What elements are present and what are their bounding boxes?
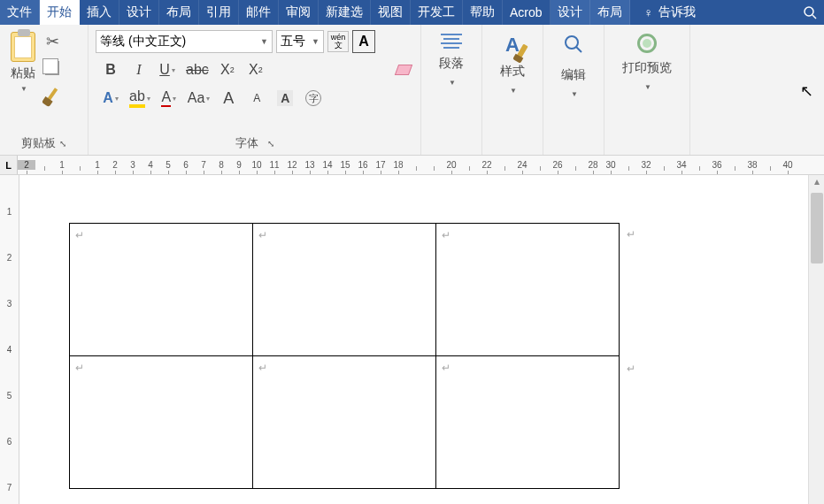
svg-point-2 — [566, 36, 578, 49]
magnifier-icon — [563, 34, 584, 60]
paragraph-button[interactable]: 段落 ▼ — [434, 30, 469, 90]
grow-font-button[interactable]: A — [219, 88, 238, 108]
format-painter-button[interactable] — [42, 85, 62, 104]
tab-view[interactable]: 视图 — [371, 0, 411, 25]
chevron-down-icon: ▼ — [255, 37, 268, 46]
paragraph-mark-icon: ↵ — [75, 229, 84, 241]
text-effects-button[interactable]: A▾ — [101, 88, 120, 108]
group-clipboard: 粘贴 ▼ ✂ 剪贴板⤡ — [0, 25, 89, 155]
brush-icon — [47, 88, 58, 101]
tab-help[interactable]: 帮助 — [463, 0, 503, 25]
chevron-down-icon: ▼ — [306, 37, 320, 46]
tab-design[interactable]: 设计 — [119, 0, 159, 25]
group-print-preview: 打印预览 ▼ — [605, 25, 690, 155]
font-name-combo[interactable]: 等线 (中文正文)▼ — [96, 30, 273, 53]
tab-file[interactable]: 文件 — [0, 0, 40, 25]
chevron-down-icon: ▾ — [206, 95, 210, 103]
paragraph-mark-icon: ↵ — [442, 362, 451, 374]
table-cell[interactable]: ↵ — [70, 224, 253, 356]
table-row[interactable]: ↵ ↵ ↵ — [70, 356, 620, 489]
svg-line-3 — [576, 47, 581, 52]
character-border-button[interactable]: A — [352, 30, 375, 53]
horizontal-ruler[interactable]: L 21123456789101112131415161718202224262… — [0, 156, 824, 175]
italic-button[interactable]: I — [129, 60, 149, 80]
change-case-button[interactable]: Aa▾ — [188, 88, 211, 108]
eraser-icon — [395, 65, 412, 75]
character-shading-button[interactable]: A — [275, 88, 295, 108]
tell-me-search[interactable]: ♀ 告诉我 — [635, 0, 705, 25]
paragraph-icon — [441, 34, 462, 49]
strikethrough-button[interactable]: abc — [186, 60, 209, 80]
bold-button[interactable]: B — [101, 60, 120, 80]
tab-home[interactable]: 开始 — [40, 0, 80, 25]
preview-icon — [637, 34, 657, 53]
group-font: 等线 (中文正文)▼ 五号▼ wén文 A B I U▾ abc X2 X2 A… — [89, 25, 421, 155]
mouse-cursor-icon: ↖ — [800, 81, 813, 101]
table-cell[interactable]: ↵ — [436, 356, 620, 489]
tab-layout[interactable]: 布局 — [159, 0, 199, 25]
chevron-down-icon: ▾ — [147, 95, 150, 103]
table-cell[interactable]: ↵ — [253, 356, 436, 489]
group-paragraph: 段落 ▼ — [421, 25, 482, 155]
lightbulb-icon: ♀ — [644, 5, 654, 19]
chevron-down-icon: ▼ — [644, 83, 651, 91]
tab-selector[interactable]: L — [0, 156, 18, 175]
paste-button[interactable]: 粘贴 ▼ — [7, 30, 39, 104]
chevron-down-icon: ▼ — [571, 90, 578, 98]
dialog-launcher-icon[interactable]: ⤡ — [59, 139, 66, 149]
print-preview-button[interactable]: 打印预览 ▼ — [617, 30, 677, 95]
cut-button[interactable]: ✂ — [42, 32, 62, 51]
tab-review[interactable]: 审阅 — [279, 0, 319, 25]
styles-icon: A — [505, 34, 520, 57]
editing-button[interactable]: 编辑 ▼ — [556, 30, 591, 102]
font-color-button[interactable]: A▾ — [159, 88, 179, 108]
copy-icon — [45, 61, 59, 75]
tab-mailings[interactable]: 邮件 — [239, 0, 279, 25]
group-editing: 编辑 ▼ — [543, 25, 605, 155]
chevron-down-icon: ▾ — [172, 66, 175, 74]
font-size-combo[interactable]: 五号▼ — [276, 30, 324, 53]
paragraph-mark-icon: ↵ — [258, 229, 267, 241]
tab-developer[interactable]: 开发工 — [411, 0, 463, 25]
paragraph-mark-icon: ↵ — [627, 363, 635, 375]
paragraph-mark-icon: ↵ — [442, 229, 451, 241]
scroll-thumb[interactable] — [811, 193, 823, 263]
vertical-ruler[interactable]: 123456789 — [0, 175, 19, 504]
shrink-font-button[interactable]: A — [247, 88, 266, 108]
dialog-launcher-icon[interactable]: ⤡ — [267, 139, 274, 149]
table-row[interactable]: ↵ ↵ ↵ — [70, 224, 620, 356]
svg-point-0 — [805, 7, 813, 16]
scissors-icon: ✂ — [46, 32, 59, 51]
search-button[interactable] — [796, 0, 824, 25]
tab-newtab[interactable]: 新建选 — [319, 0, 371, 25]
copy-button[interactable] — [42, 58, 62, 78]
clear-formatting-button[interactable] — [394, 60, 413, 80]
tab-references[interactable]: 引用 — [199, 0, 239, 25]
chevron-down-icon: ▾ — [115, 95, 119, 103]
table-cell[interactable]: ↵ — [436, 224, 620, 356]
styles-button[interactable]: A 样式 ▼ — [495, 30, 530, 98]
tab-table-design[interactable]: 设计 — [551, 0, 590, 25]
paste-label: 粘贴 — [11, 65, 35, 81]
chevron-down-icon: ▾ — [173, 95, 176, 103]
document-page[interactable]: ↵ ↵ ↵ ↵ ↵ ↵ ↵ ↵ ▴ — [19, 175, 824, 504]
tab-acrobat[interactable]: Acrob — [503, 0, 551, 25]
table-cell[interactable]: ↵ — [70, 356, 253, 489]
superscript-button[interactable]: X2 — [246, 60, 266, 80]
svg-line-1 — [812, 15, 816, 19]
phonetic-guide-button[interactable]: wén文 — [327, 31, 349, 52]
vertical-scrollbar[interactable]: ▴ — [808, 175, 824, 504]
group-label-font: 字体⤡ — [96, 132, 413, 153]
scroll-up-icon[interactable]: ▴ — [809, 175, 824, 189]
tab-insert[interactable]: 插入 — [80, 0, 119, 25]
enclose-characters-button[interactable]: 字 — [304, 88, 323, 108]
highlight-button[interactable]: ab▾ — [129, 88, 150, 108]
underline-button[interactable]: U▾ — [158, 60, 177, 80]
circle-icon: 字 — [305, 90, 321, 106]
chevron-down-icon: ▼ — [20, 85, 27, 93]
document-table[interactable]: ↵ ↵ ↵ ↵ ↵ ↵ — [69, 223, 620, 489]
tab-table-layout[interactable]: 布局 — [590, 0, 630, 25]
table-cell[interactable]: ↵ — [253, 224, 436, 356]
subscript-button[interactable]: X2 — [218, 60, 237, 80]
paragraph-mark-icon: ↵ — [627, 228, 635, 241]
